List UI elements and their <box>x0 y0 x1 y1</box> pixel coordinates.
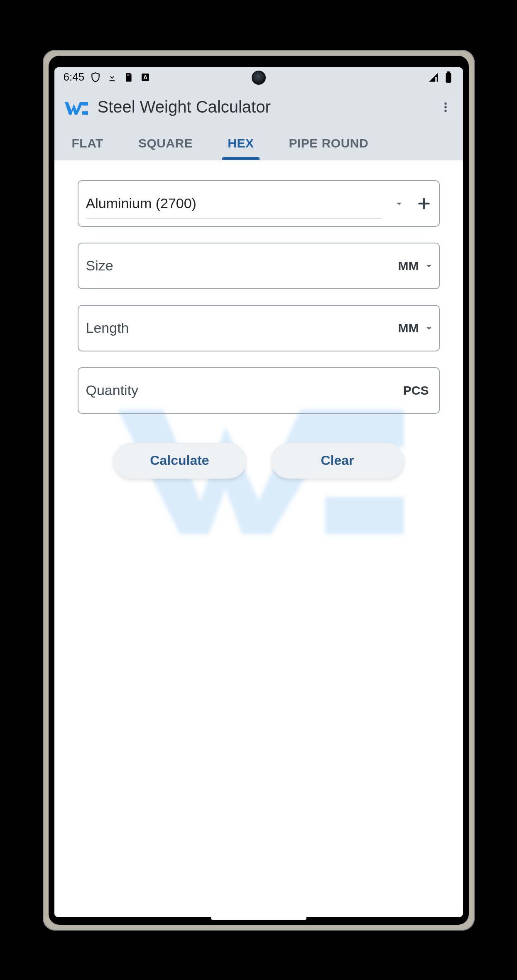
svg-text:A: A <box>143 74 147 81</box>
status-time: 6:45 <box>64 71 85 84</box>
tab-hex[interactable]: HEX <box>210 127 271 160</box>
svg-point-10 <box>444 102 447 105</box>
battery-icon <box>443 72 454 83</box>
tab-flat[interactable]: FLAT <box>54 127 121 160</box>
svg-rect-7 <box>446 73 451 83</box>
add-material-button[interactable] <box>409 181 439 226</box>
tab-square[interactable]: SQUARE <box>121 127 210 160</box>
size-unit: MM <box>398 259 419 273</box>
content-area: Aluminium (2700) Size <box>54 160 463 917</box>
app-title: Steel Weight Calculator <box>98 98 436 116</box>
material-value: Aluminium (2700) <box>86 195 196 211</box>
app-bar: Steel Weight Calculator <box>54 87 463 127</box>
phone-frame: 6:45 A <box>43 50 475 931</box>
length-unit: MM <box>398 321 419 335</box>
quantity-input[interactable]: Quantity <box>78 368 403 413</box>
chevron-down-icon <box>423 260 435 272</box>
svg-rect-5 <box>435 77 436 83</box>
phone-bezel: 6:45 A <box>49 56 469 925</box>
tab-pipe-round[interactable]: PIPE ROUND <box>271 127 372 160</box>
length-label: Length <box>86 320 129 336</box>
svg-rect-8 <box>82 102 88 106</box>
tab-bar: FLAT SQUARE HEX PIPE ROUND <box>54 127 463 160</box>
size-label: Size <box>86 258 113 274</box>
button-row: Calculate Clear <box>78 443 440 479</box>
nav-home-indicator[interactable] <box>211 916 306 920</box>
svg-rect-6 <box>447 71 449 73</box>
clear-button[interactable]: Clear <box>271 443 404 479</box>
keyboard-icon: A <box>140 72 151 83</box>
quantity-row: Quantity PCS <box>78 367 440 414</box>
svg-rect-14 <box>325 497 404 534</box>
size-unit-select[interactable]: MM <box>398 243 439 288</box>
svg-rect-2 <box>130 74 130 76</box>
signal-icon <box>428 72 439 83</box>
app-logo-icon <box>63 97 90 118</box>
length-row: Length MM <box>78 305 440 351</box>
calculate-button[interactable]: Calculate <box>113 443 246 479</box>
svg-rect-1 <box>128 74 129 76</box>
svg-rect-9 <box>82 111 88 115</box>
screen: 6:45 A <box>54 67 463 917</box>
material-row: Aluminium (2700) <box>78 180 440 227</box>
status-right <box>428 72 454 83</box>
material-underline <box>86 218 382 219</box>
svg-rect-13 <box>325 410 404 447</box>
size-row: Size MM <box>78 243 440 289</box>
overflow-menu-button[interactable] <box>436 98 455 116</box>
status-left: 6:45 A <box>64 71 151 84</box>
svg-rect-0 <box>127 74 128 76</box>
svg-point-11 <box>444 106 447 108</box>
length-input[interactable]: Length <box>78 306 398 351</box>
material-dropdown-icon[interactable] <box>389 181 409 226</box>
sd-card-icon <box>123 72 134 83</box>
chevron-down-icon <box>423 322 435 334</box>
quantity-unit: PCS <box>403 368 439 413</box>
material-select[interactable]: Aluminium (2700) <box>78 181 389 226</box>
svg-point-12 <box>444 110 447 112</box>
size-input[interactable]: Size <box>78 243 398 288</box>
camera-hole <box>252 71 266 85</box>
shield-icon <box>90 72 101 83</box>
length-unit-select[interactable]: MM <box>398 306 439 351</box>
download-icon <box>107 72 118 83</box>
quantity-label: Quantity <box>86 382 139 398</box>
